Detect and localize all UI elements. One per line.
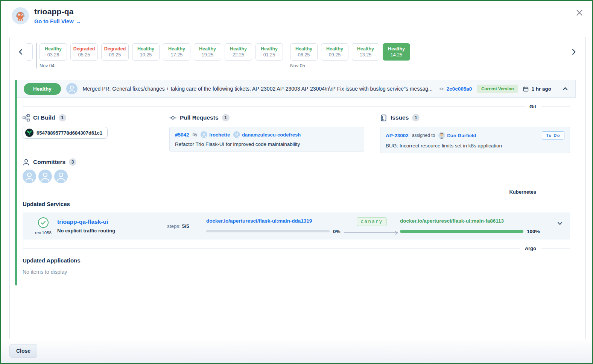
- assignee-avatar: [438, 132, 445, 139]
- timeline-slot[interactable]: Healthy13:25: [352, 43, 379, 61]
- rollout-arrow-icon: [344, 231, 400, 235]
- timeline-slot[interactable]: Healthy03:26: [40, 43, 67, 61]
- assigned-to-label: assigned to: [412, 133, 435, 138]
- timeline-slot[interactable]: Healthy10:25: [132, 43, 160, 61]
- updated-services-title: Updated Services: [23, 201, 570, 207]
- to-percent: 100%: [527, 229, 540, 234]
- release-message: Merged PR: General fixes/changes + takin…: [83, 86, 433, 92]
- argo-section-label: Argo: [525, 246, 536, 251]
- ci-build-section: CI Build 1 654788957778d684307d61c1: [23, 114, 169, 153]
- ci-build-count: 1: [59, 114, 66, 121]
- committers-count: 3: [69, 158, 76, 166]
- issue-status-badge: To Do: [542, 131, 564, 140]
- chevron-left-icon: [17, 49, 24, 55]
- collapse-chevron-icon[interactable]: [562, 85, 569, 92]
- environment-modal: trioapp-qa Go to Full View → Healthy03:2…: [0, 0, 593, 364]
- close-icon[interactable]: [575, 9, 584, 17]
- close-button[interactable]: Close: [9, 344, 37, 358]
- canary-badge: canary: [357, 217, 387, 226]
- committer-avatar: [66, 83, 78, 94]
- ci-build-icon: [23, 114, 30, 121]
- timeline-slot-partial[interactable]: [27, 43, 33, 61]
- from-image-link[interactable]: docker.io/aperturesci/flask-ui:main-dda1…: [206, 218, 344, 224]
- issue-description: BUG: Incorrect resource limits set in k8…: [386, 143, 564, 149]
- timeline-slot[interactable]: Healthy19:25: [194, 43, 221, 61]
- arrow-right-icon: →: [76, 18, 81, 24]
- timeline-group-nov04: Healthy03:26 Degraded05:25 Degraded09:25…: [36, 43, 283, 68]
- pull-requests-section: Pull Requests 1 #5042 by lrochette: [169, 114, 380, 153]
- modal-header: trioapp-qa Go to Full View →: [12, 7, 81, 24]
- commit-icon: [439, 86, 444, 92]
- timeline-slot[interactable]: Healthy17:25: [163, 43, 190, 61]
- status-badge: Healthy: [24, 83, 61, 95]
- git-divider: Git: [23, 104, 570, 109]
- committers-title: Committers: [33, 159, 65, 165]
- timeline-next-button[interactable]: [568, 43, 579, 61]
- committer-avatar[interactable]: [54, 170, 68, 183]
- commit-link[interactable]: 2c0c005a0: [439, 86, 472, 92]
- release-block: Healthy Merged PR: General fixes/changes…: [15, 80, 576, 285]
- timeline-slot[interactable]: Healthy22:25: [225, 43, 252, 61]
- issues-icon: [380, 114, 387, 121]
- service-row: rev.1058 trioapp-qa-flask-ui No explicit…: [23, 212, 570, 240]
- service-name-link[interactable]: trioapp-qa-flask-ui: [57, 218, 167, 225]
- pr-author-link[interactable]: lrochette: [201, 131, 230, 138]
- author-avatar: [233, 131, 240, 138]
- timeline-prev-button[interactable]: [15, 43, 26, 61]
- service-routing: No explicit traffic routing: [57, 228, 167, 234]
- pull-requests-title: Pull Requests: [180, 114, 219, 121]
- pr-author-link[interactable]: danamzulescu-codefresh: [233, 131, 301, 138]
- release-time: 1 hr ago: [523, 86, 551, 92]
- modal-footer: Close: [1, 339, 592, 363]
- to-image-block: docker.io/aperturesci/flask-ui:main-fa86…: [400, 218, 541, 234]
- timeline-slot[interactable]: Healthy06:25: [290, 43, 318, 61]
- go-to-full-view-link[interactable]: Go to Full View →: [34, 18, 81, 24]
- page-title: trioapp-qa: [34, 7, 81, 16]
- issues-section: Issues 1 AP-23002 assigned to Dan Garfie…: [380, 114, 570, 153]
- timeline-slot-selected[interactable]: Healthy14:25: [383, 43, 410, 61]
- pull-request-icon: [169, 114, 176, 121]
- timeline-date-label: Nov 04: [40, 63, 283, 68]
- timeline-slot[interactable]: Healthy09:25: [321, 43, 348, 61]
- release-body: Git CI Build 1 654788957778d684307d61c1: [17, 104, 576, 285]
- service-expand-chevron-icon[interactable]: [557, 220, 563, 227]
- argo-divider: Argo: [23, 246, 570, 251]
- to-image-link[interactable]: docker.io/aperturesci/flask-ui:main-fa86…: [400, 218, 541, 224]
- issues-count: 1: [412, 114, 420, 121]
- pull-request-card: #5042 by lrochette danamzulescu-codefres…: [169, 127, 364, 152]
- committers-section: Committers 3: [23, 158, 570, 183]
- issue-key-link[interactable]: AP-23002: [386, 133, 409, 138]
- service-revision: rev.1058: [35, 231, 52, 235]
- release-banner[interactable]: Healthy Merged PR: General fixes/changes…: [17, 80, 576, 98]
- issue-card: AP-23002 assigned to Dan Garfield To Do …: [380, 127, 570, 153]
- updated-applications-title: Updated Applications: [23, 257, 570, 264]
- ci-build-title: CI Build: [33, 114, 55, 121]
- timeline-slot[interactable]: Degraded05:25: [70, 43, 98, 61]
- committer-avatar[interactable]: [23, 170, 36, 183]
- pr-number-link[interactable]: #5042: [175, 132, 189, 138]
- pull-requests-count: 1: [222, 114, 230, 121]
- assignee-link[interactable]: Dan Garfield: [438, 132, 476, 139]
- environment-avatar-icon: [12, 7, 29, 24]
- empty-state-text: No items to display: [23, 269, 570, 275]
- codefresh-logo-icon: [25, 129, 33, 137]
- from-progress-bar: [206, 230, 330, 232]
- healthy-check-icon: [38, 217, 49, 228]
- git-section-label: Git: [529, 104, 536, 109]
- person-icon: [23, 159, 30, 166]
- issues-title: Issues: [391, 114, 409, 121]
- pr-by-label: by: [193, 132, 198, 137]
- timeline-slot[interactable]: Healthy01:25: [255, 43, 283, 61]
- timeline-date-label: Nov 05: [290, 63, 410, 68]
- build-hash-chip[interactable]: 654788957778d684307d61c1: [23, 127, 108, 139]
- pr-description: Refactor Trio Flask-UI for improved code…: [175, 141, 359, 147]
- kubernetes-divider: Kubernetes: [23, 189, 570, 195]
- chevron-right-icon: [570, 49, 577, 55]
- to-progress-bar: [400, 230, 523, 233]
- from-percent: 0%: [333, 229, 341, 234]
- environment-panel: Healthy03:26 Degraded05:25 Degraded09:25…: [9, 37, 586, 340]
- timeline-group-nov05: Healthy06:25 Healthy09:25 Healthy13:25 H…: [287, 43, 410, 68]
- committer-avatar[interactable]: [38, 170, 52, 183]
- timeline-slot[interactable]: Degraded09:25: [101, 43, 129, 61]
- service-steps: steps: 5/5: [167, 223, 206, 229]
